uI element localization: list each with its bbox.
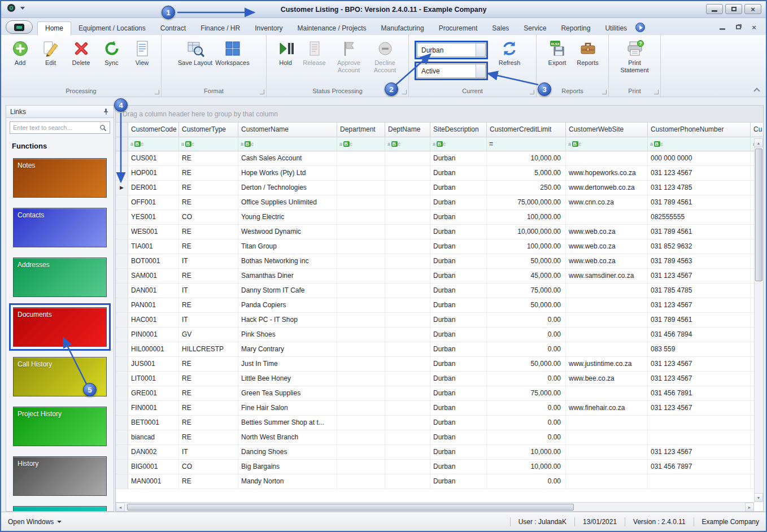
cell-deptname[interactable] [385, 460, 430, 474]
cell-customercreditlimit[interactable]: 50,000.00 [487, 298, 566, 312]
cell-customercode[interactable]: YES001 [128, 210, 179, 224]
table-row[interactable]: JUS001REJust In TimeDurban50,000.00www.j… [116, 357, 754, 372]
mdi-close-button[interactable]: × [750, 24, 758, 30]
column-header-department[interactable]: Department [337, 123, 385, 137]
cell-sitedescription[interactable]: Durban [430, 430, 487, 444]
dialog-launcher-icon[interactable] [402, 90, 407, 94]
cell-sitedescription[interactable]: Durban [430, 401, 487, 415]
cell-sitedescription[interactable]: Durban [430, 445, 487, 459]
function-button-notes[interactable]: Notes [13, 158, 107, 198]
cell-customerphonenumber[interactable] [648, 416, 751, 430]
cell-department[interactable] [337, 225, 385, 239]
cell-customercreditlimit[interactable]: 10,000,000.00 [487, 225, 566, 239]
row-indicator[interactable] [116, 284, 128, 298]
row-indicator[interactable] [116, 210, 128, 224]
cell-customerwebsite[interactable] [566, 298, 648, 312]
cell-customercreditlimit[interactable]: 10,000.00 [487, 460, 566, 474]
row-indicator[interactable] [116, 328, 128, 342]
cell-customerphonenumber[interactable]: 000 000 0000 [648, 151, 751, 165]
table-row[interactable]: ▶DER001REDerton / TechnologiesDurban250.… [116, 181, 754, 195]
cell-department[interactable] [337, 357, 385, 371]
cell-customerwebsite[interactable]: www.web.co.za [566, 239, 648, 254]
cell-customername[interactable]: Pink Shoes [238, 328, 337, 342]
cell-department[interactable] [337, 328, 385, 342]
cell-customercode[interactable]: JUS001 [128, 357, 179, 371]
links-search-input[interactable] [10, 124, 98, 131]
row-indicator[interactable] [116, 151, 128, 165]
row-indicator[interactable] [116, 195, 128, 210]
cell-customercreditlimit[interactable]: 50,000.00 [487, 357, 566, 371]
cell-deptname[interactable] [385, 166, 430, 180]
table-row[interactable]: biancadRENorth West BranchDurban0.00 [116, 430, 754, 445]
close-button[interactable]: × [744, 4, 761, 14]
cell-department[interactable] [337, 313, 385, 327]
dialog-launcher-icon[interactable] [654, 90, 659, 94]
cell-sitedescription[interactable]: Durban [430, 181, 487, 195]
cell-deptname[interactable] [385, 372, 430, 386]
scroll-right-icon[interactable]: ► [745, 503, 754, 512]
cell-customerphonenumber[interactable]: 031 789 4561 [648, 225, 751, 239]
cell-department[interactable] [337, 210, 385, 224]
cell-customercreditlimit[interactable]: 75,000.00 [487, 386, 566, 400]
table-row[interactable]: DAN001ITDanny Storm IT CafeDurban75,000.… [116, 284, 754, 298]
function-button-project-history[interactable]: Project History [13, 407, 107, 446]
row-indicator[interactable] [116, 225, 128, 239]
cell-sitedescription[interactable]: Durban [430, 474, 487, 489]
cell-customercode[interactable]: HOP001 [128, 166, 179, 180]
cell-customercreditlimit[interactable]: 75,000,000.00 [487, 195, 566, 210]
function-button-contacts[interactable]: Contacts [13, 208, 107, 247]
cell-sitedescription[interactable]: Durban [430, 225, 487, 239]
column-header-customercreditlimit[interactable]: CustomerCreditLimit [487, 123, 566, 137]
cell-customertype[interactable]: RE [179, 195, 238, 210]
cell-customername[interactable]: Danny Storm IT Cafe [238, 284, 337, 298]
cell-customerwebsite[interactable] [566, 151, 648, 165]
pin-icon[interactable] [102, 108, 110, 115]
cell-customerwebsite[interactable]: www.web.co.za [566, 254, 648, 268]
cell-customername[interactable]: Dancing Shoes [238, 445, 337, 459]
table-row[interactable]: YES001COYoung ElectricDurban100,000.0008… [116, 210, 754, 225]
vertical-scrollbar-thumb[interactable] [755, 149, 762, 281]
cell-deptname[interactable] [385, 195, 430, 210]
cell-deptname[interactable] [385, 254, 430, 268]
cell-customername[interactable]: Hope Works (Pty) Ltd [238, 166, 337, 180]
dialog-launcher-icon[interactable] [155, 90, 159, 94]
tab-finance-hr[interactable]: Finance / HR [193, 22, 247, 35]
cell-deptname[interactable] [385, 210, 430, 224]
cell-customerphonenumber[interactable]: 031 456 7894 [648, 328, 751, 342]
cell-department[interactable] [337, 269, 385, 283]
cell-customerwebsite[interactable] [566, 284, 648, 298]
cell-customername[interactable]: Samanthas Diner [238, 269, 337, 283]
site-filter-dropdown[interactable]: Durban [417, 43, 486, 57]
cell-customername[interactable]: Bothas Networking inc [238, 254, 337, 268]
cell-sitedescription[interactable]: Durban [430, 284, 487, 298]
cell-customercode[interactable]: OFF001 [128, 195, 179, 210]
row-indicator[interactable] [116, 166, 128, 180]
row-indicator[interactable]: ▶ [116, 181, 128, 195]
cell-deptname[interactable] [385, 401, 430, 415]
cell-customercreditlimit[interactable]: 0.00 [487, 328, 566, 342]
cell-deptname[interactable] [385, 430, 430, 444]
row-indicator[interactable] [116, 254, 128, 268]
cell-customername[interactable]: Young Electric [238, 210, 337, 224]
cell-department[interactable] [337, 401, 385, 415]
cell-customername[interactable]: Panda Copiers [238, 298, 337, 312]
tab-service[interactable]: Service [516, 22, 554, 35]
table-row[interactable]: PAN001REPanda CopiersDurban50,000.00031 … [116, 298, 754, 313]
maximize-button[interactable] [725, 4, 742, 14]
cell-deptname[interactable] [385, 342, 430, 356]
row-indicator[interactable] [116, 474, 128, 489]
function-button-history[interactable]: History [13, 456, 107, 496]
cell-customerphonenumber[interactable] [648, 430, 751, 444]
cell-customerwebsite[interactable] [566, 474, 648, 489]
cell-customercode[interactable]: LIT0001 [128, 372, 179, 386]
cell-customerwebsite[interactable] [566, 416, 648, 430]
edit-button[interactable]: Edit [36, 38, 66, 67]
row-indicator[interactable] [116, 239, 128, 254]
cell-department[interactable] [337, 195, 385, 210]
cell-customertype[interactable]: RE [179, 474, 238, 489]
cell-customertype[interactable]: RE [179, 357, 238, 371]
cell-department[interactable] [337, 239, 385, 254]
cell-customercreditlimit[interactable]: 0.00 [487, 401, 566, 415]
cell-customerwebsite[interactable]: www.cnn.co.za [566, 195, 648, 210]
filter-cell-customername[interactable]: aBc [238, 137, 337, 151]
